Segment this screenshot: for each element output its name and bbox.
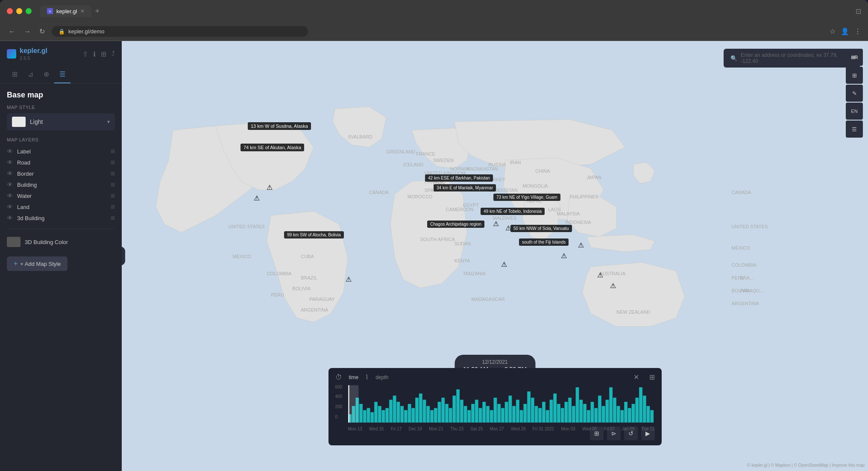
- language-tool-button[interactable]: EN: [846, 103, 863, 120]
- draw-tool-button[interactable]: ✎: [846, 85, 863, 102]
- menu-icon[interactable]: ⋮: [854, 27, 861, 35]
- map-search-bar[interactable]: 🔍 Enter an address or coordinates, ex 37…: [724, 49, 860, 68]
- grid-tool-button[interactable]: ⊞R: [846, 49, 863, 66]
- y-label-600: 600: [335, 385, 343, 389]
- svg-rect-11: [389, 400, 393, 422]
- sidebar-collapse-button[interactable]: ‹: [122, 247, 125, 265]
- x-label-mon27: Mon 27: [490, 427, 504, 431]
- svg-rect-34: [475, 400, 478, 422]
- sudan-label: SUDAN: [455, 241, 471, 246]
- interactions-nav-btn[interactable]: ⊕: [38, 66, 54, 83]
- marker-nepal[interactable]: ⚠: [493, 220, 499, 227]
- brazil-label: BRAZIL: [301, 275, 317, 280]
- eye-building-icon[interactable]: 👁: [7, 181, 13, 188]
- new-tab-button[interactable]: +: [95, 7, 100, 16]
- forward-button[interactable]: →: [22, 26, 32, 37]
- marker-fiji[interactable]: ⚠: [610, 282, 616, 289]
- svg-rect-22: [430, 410, 434, 423]
- search-placeholder-text: Enter an address or coordinates, ex 37.7…: [741, 52, 853, 64]
- svg-rect-41: [501, 408, 504, 423]
- building-color-row: 3D Building Color: [7, 234, 115, 250]
- style-name-text: Light: [30, 118, 107, 125]
- australia-label: AUSTRALIA: [599, 271, 626, 276]
- time-label[interactable]: time: [349, 374, 359, 380]
- marker-chagos[interactable]: ⚠: [501, 261, 507, 268]
- export-icon[interactable]: ⤴: [111, 50, 115, 58]
- marker-alaska2[interactable]: ⚠: [254, 194, 260, 202]
- eye-border-icon[interactable]: 👁: [7, 170, 13, 177]
- layers-tool-button[interactable]: ⊞: [846, 67, 863, 84]
- layer-row-water: 👁 Water ⊞: [7, 190, 115, 201]
- svg-rect-75: [628, 408, 631, 423]
- argentina-label: ARGENTINA: [301, 307, 328, 312]
- marker-vanuatu[interactable]: ⚠: [597, 271, 603, 279]
- marker-guam[interactable]: ⚠: [578, 241, 584, 249]
- eye-road-icon[interactable]: 👁: [7, 159, 13, 166]
- address-bar[interactable]: 🔒 kepler.gl/demo: [52, 26, 308, 37]
- bookmark-icon[interactable]: ☆: [830, 27, 836, 35]
- layer-settings-land[interactable]: ⊞: [111, 204, 115, 210]
- back-button[interactable]: ←: [7, 26, 17, 37]
- layer-settings-3d-building[interactable]: ⊞: [111, 215, 115, 221]
- refresh-button[interactable]: ↻: [38, 26, 47, 37]
- layer-name-land: Land: [17, 204, 111, 210]
- iran-label: IRAN: [510, 160, 521, 165]
- layer-settings-label[interactable]: ⊞: [111, 148, 115, 154]
- svg-rect-5: [367, 408, 370, 423]
- layer-name-label: Label: [17, 148, 111, 155]
- map-style-label: Map Style: [7, 105, 115, 110]
- building-color-swatch[interactable]: [7, 237, 21, 247]
- svg-rect-9: [381, 410, 385, 423]
- layer-row-3d-building: 👁 3d Building ⊞: [7, 212, 115, 224]
- layers-nav-btn[interactable]: ⊞: [7, 66, 23, 83]
- marker-tobelo[interactable]: ⚠: [561, 252, 567, 259]
- clock-icon: ⏱: [335, 374, 342, 381]
- kenya-label: KENYA: [455, 258, 470, 263]
- svg-rect-37: [486, 406, 490, 423]
- add-map-style-button[interactable]: + + Add Map Style: [7, 256, 67, 271]
- storage-icon[interactable]: ⊞: [101, 50, 106, 58]
- svg-rect-81: [650, 410, 654, 423]
- depth-label[interactable]: depth: [375, 374, 388, 380]
- time-panel-settings-icon[interactable]: ⊞: [649, 373, 655, 381]
- tab-close-icon[interactable]: ✕: [80, 8, 85, 14]
- svg-rect-35: [478, 408, 482, 423]
- svg-rect-29: [456, 389, 460, 423]
- marker-bolivia[interactable]: ⚠: [346, 276, 352, 283]
- layer-settings-water[interactable]: ⊞: [111, 193, 115, 199]
- chevron-down-icon: ▾: [107, 119, 110, 125]
- eye-water-icon[interactable]: 👁: [7, 192, 13, 199]
- x-label-mon13: Mon 13: [348, 427, 362, 431]
- minimize-button[interactable]: [16, 8, 22, 14]
- eye-3dbuilding-icon[interactable]: 👁: [7, 215, 13, 221]
- plus-icon: +: [14, 260, 18, 268]
- layer-settings-border[interactable]: ⊞: [111, 171, 115, 177]
- divider: [7, 229, 115, 229]
- info-icon[interactable]: ℹ: [93, 50, 96, 58]
- map-style-selector[interactable]: Light ▾: [7, 113, 115, 130]
- eye-label-icon[interactable]: 👁: [7, 148, 13, 155]
- france-label: FRANCE: [416, 151, 435, 156]
- layer-settings-building[interactable]: ⊞: [111, 182, 115, 188]
- account-icon[interactable]: 👤: [841, 27, 849, 35]
- tab-label: kepler.gl: [56, 8, 77, 15]
- share-icon[interactable]: ⇧: [82, 50, 88, 58]
- mexico-right-label: MEXICO: [732, 245, 750, 250]
- svg-rect-12: [393, 396, 396, 423]
- eye-land-icon[interactable]: 👁: [7, 203, 13, 210]
- layer-settings-road[interactable]: ⊞: [111, 159, 115, 165]
- time-chart[interactable]: 600 400 200 0: [335, 385, 655, 423]
- svg-rect-60: [572, 406, 575, 423]
- marker-alaska1[interactable]: ⚠: [267, 184, 273, 191]
- kazakhstan-label: KAZAKHSTAN: [467, 166, 498, 171]
- svg-rect-45: [516, 400, 519, 422]
- time-panel-close-icon[interactable]: ✕: [633, 373, 639, 381]
- map-settings-nav-btn[interactable]: ☰: [54, 66, 70, 83]
- svg-rect-48: [527, 392, 531, 423]
- active-tab[interactable]: k kepler.gl ✕: [40, 6, 91, 17]
- filters-nav-btn[interactable]: ⊿: [23, 66, 38, 83]
- maximize-button[interactable]: [26, 8, 32, 14]
- y-label-400: 400: [335, 394, 343, 399]
- table-tool-button[interactable]: ☰: [846, 121, 863, 138]
- close-button[interactable]: [7, 8, 13, 14]
